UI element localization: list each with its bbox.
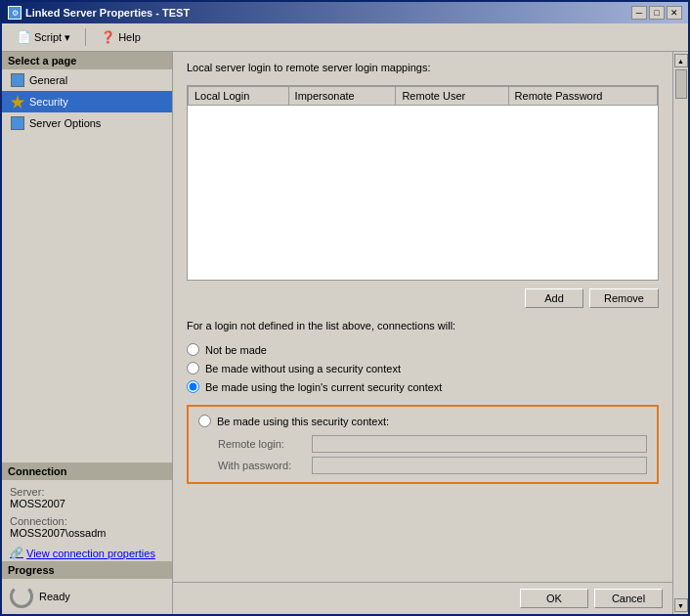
- sidebar-item-general-label: General: [29, 74, 67, 86]
- radio-current-context[interactable]: Be made using the login's current securi…: [187, 380, 659, 393]
- help-button[interactable]: ❓ Help: [94, 27, 148, 47]
- progress-area: Ready: [2, 579, 172, 614]
- connection-section-title: Connection: [2, 462, 172, 480]
- col-local-login: Local Login: [189, 87, 289, 106]
- mapping-table: Local Login Impersonate Remote User Remo…: [188, 86, 658, 106]
- radio-without-security-label: Be made without using a security context: [205, 363, 401, 374]
- server-value: MOSS2007: [10, 498, 65, 509]
- remote-login-label: Remote login:: [218, 438, 306, 450]
- title-bar-left: ⚙ Linked Server Properties - TEST: [8, 6, 190, 20]
- right-panel: Local server login to remote server logi…: [173, 52, 672, 582]
- main-window: ⚙ Linked Server Properties - TEST ─ □ ✕ …: [0, 0, 690, 616]
- close-button[interactable]: ✕: [667, 6, 682, 20]
- sidebar-bottom: Connection Server: MOSS2007 Connection: …: [2, 462, 172, 614]
- server-options-icon: [10, 115, 25, 131]
- ok-button[interactable]: OK: [520, 589, 588, 608]
- radio-current-context-label: Be made using the login's current securi…: [205, 381, 442, 393]
- col-impersonate: Impersonate: [288, 87, 396, 106]
- help-icon: ❓: [101, 30, 115, 44]
- radio-without-security-input[interactable]: [187, 362, 199, 374]
- scroll-down-arrow[interactable]: ▼: [674, 598, 688, 612]
- security-icon: [10, 94, 25, 110]
- help-label: Help: [118, 31, 141, 43]
- cancel-button[interactable]: Cancel: [594, 589, 663, 608]
- security-context-box: Be made using this security context: Rem…: [187, 405, 659, 484]
- scroll-thumb[interactable]: [675, 69, 687, 99]
- main-content: Select a page General Security: [2, 52, 688, 614]
- radio-this-context[interactable]: Be made using this security context:: [198, 415, 647, 427]
- sidebar-item-server-options[interactable]: Server Options: [2, 112, 172, 134]
- server-label: Server: MOSS2007: [10, 486, 164, 509]
- sidebar-item-security-label: Security: [29, 96, 68, 108]
- script-dropdown-icon: ▾: [65, 31, 70, 44]
- radio-without-security[interactable]: Be made without using a security context: [187, 362, 659, 374]
- title-buttons: ─ □ ✕: [631, 6, 682, 20]
- maximize-button[interactable]: □: [649, 6, 665, 20]
- with-password-input[interactable]: [312, 457, 647, 474]
- radio-this-context-input[interactable]: [198, 415, 211, 427]
- general-icon: [10, 72, 25, 88]
- progress-status: Ready: [39, 591, 70, 602]
- select-page-title: Select a page: [2, 52, 172, 69]
- view-connection-link[interactable]: 🔗 View connection properties: [2, 545, 172, 561]
- sidebar-item-server-options-label: Server Options: [29, 117, 101, 129]
- security-fields: Remote login: With password:: [218, 435, 647, 474]
- window-icon: ⚙: [8, 6, 22, 20]
- radio-current-context-input[interactable]: [187, 380, 199, 393]
- script-icon: 📄: [17, 30, 31, 44]
- scrollbar[interactable]: ▲ ▼: [672, 52, 688, 614]
- radio-not-be-made[interactable]: Not be made: [187, 343, 659, 356]
- radio-this-context-label: Be made using this security context:: [217, 416, 389, 427]
- sidebar-item-security[interactable]: Security: [2, 91, 172, 112]
- remote-login-input[interactable]: [312, 435, 647, 453]
- with-password-row: With password:: [218, 457, 647, 474]
- sidebar-item-general[interactable]: General: [2, 69, 172, 91]
- radio-group: Not be made Be made without using a secu…: [187, 343, 659, 393]
- window-body: 📄 Script ▾ ❓ Help Select a page General: [2, 23, 688, 614]
- toolbar: 📄 Script ▾ ❓ Help: [2, 23, 688, 52]
- add-button[interactable]: Add: [525, 288, 583, 308]
- col-remote-user: Remote User: [396, 87, 508, 106]
- scroll-up-arrow[interactable]: ▲: [674, 54, 688, 67]
- sidebar: Select a page General Security: [2, 52, 173, 614]
- link-icon: 🔗: [10, 547, 23, 559]
- remote-login-row: Remote login:: [218, 435, 647, 453]
- window-title: Linked Server Properties - TEST: [25, 7, 190, 19]
- title-bar: ⚙ Linked Server Properties - TEST ─ □ ✕: [2, 2, 688, 23]
- remove-button[interactable]: Remove: [589, 288, 659, 308]
- connections-label: For a login not defined in the list abov…: [187, 320, 659, 331]
- mappings-label: Local server login to remote server logi…: [187, 62, 659, 73]
- script-label: Script: [34, 31, 62, 43]
- progress-section-title: Progress: [2, 561, 172, 579]
- radio-not-be-made-input[interactable]: [187, 343, 199, 356]
- minimize-button[interactable]: ─: [631, 6, 647, 20]
- connection-info: Server: MOSS2007 Connection: MOSS2007\os…: [2, 480, 172, 545]
- right-content: Local server login to remote server logi…: [173, 52, 672, 614]
- table-buttons: Add Remove: [187, 288, 659, 308]
- col-remote-password: Remote Password: [508, 87, 657, 106]
- progress-spinner: [10, 585, 33, 608]
- connection-value: MOSS2007\ossadm: [10, 527, 106, 539]
- script-button[interactable]: 📄 Script ▾: [10, 27, 77, 47]
- view-link-text: View connection properties: [26, 548, 155, 559]
- mapping-table-container: Local Login Impersonate Remote User Remo…: [187, 85, 659, 281]
- bottom-buttons: OK Cancel: [173, 582, 672, 614]
- connection-label-area: Connection: MOSS2007\ossadm: [10, 515, 164, 539]
- toolbar-divider: [85, 28, 86, 46]
- radio-not-be-made-label: Not be made: [205, 344, 267, 356]
- with-password-label: With password:: [218, 460, 306, 471]
